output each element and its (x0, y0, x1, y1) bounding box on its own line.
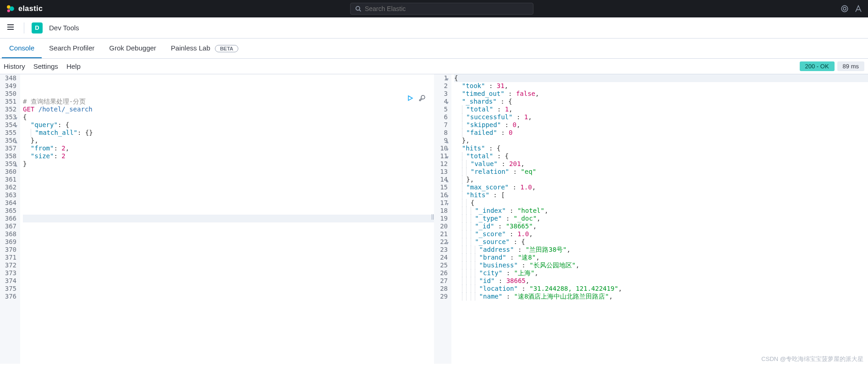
svg-point-5 (841, 6, 848, 12)
global-search[interactable] (350, 3, 533, 15)
svg-point-2 (7, 9, 10, 12)
tab-painless-lab[interactable]: Painless Lab BETA (164, 39, 246, 58)
request-actions (407, 94, 426, 102)
search-icon (355, 6, 361, 12)
response-editor[interactable]: 1▼234▼56789▲10▼11▼121314▲1516▼17▼1819202… (434, 74, 868, 364)
devtools-tabs: Console Search Profiler Grok Debugger Pa… (0, 39, 868, 59)
history-link[interactable]: History (4, 62, 25, 70)
request-code[interactable]: # 查询结果处理-分页GET /hotel/_search{ "query": … (20, 74, 434, 364)
settings-link[interactable]: Settings (33, 62, 58, 70)
tab-console[interactable]: Console (2, 39, 42, 58)
elastic-logo-icon (5, 4, 15, 13)
app-badge: D (32, 22, 43, 33)
svg-point-1 (10, 6, 14, 11)
app-title: Dev Tools (49, 24, 79, 32)
response-time: 89 ms (837, 61, 864, 71)
play-icon[interactable] (407, 94, 414, 102)
request-editor[interactable]: 348349350351352353▼354▼355356▲357358359▲… (0, 74, 434, 364)
svg-marker-11 (408, 96, 412, 100)
menu-icon (6, 23, 15, 31)
help-icon[interactable] (854, 5, 863, 13)
beta-badge: BETA (215, 45, 238, 52)
response-gutter: 1▼234▼56789▲10▼11▼121314▲1516▼17▼1819202… (434, 74, 451, 364)
console-subbar: History Settings Help 200 - OK 89 ms (0, 59, 868, 74)
svg-line-4 (359, 10, 361, 11)
wrench-icon[interactable] (418, 94, 426, 102)
svg-point-6 (843, 7, 846, 10)
top-bar: elastic (0, 0, 868, 17)
brand-logo[interactable]: elastic (5, 4, 43, 13)
brand-text: elastic (18, 5, 43, 13)
request-gutter: 348349350351352353▼354▼355356▲357358359▲… (0, 74, 20, 364)
response-code: { "took" : 31, "timed_out" : false, "_sh… (451, 74, 868, 364)
help-link[interactable]: Help (66, 62, 81, 70)
search-input[interactable] (365, 5, 528, 12)
newsfeed-icon[interactable] (841, 5, 849, 13)
tab-grok-debugger[interactable]: Grok Debugger (102, 39, 164, 58)
editor-panes: 348349350351352353▼354▼355356▲357358359▲… (0, 74, 868, 364)
svg-point-3 (356, 6, 359, 10)
response-status: 200 - OK (800, 61, 835, 71)
nav-toggle-button[interactable] (5, 21, 16, 34)
tab-search-profiler[interactable]: Search Profiler (42, 39, 102, 58)
app-header: D Dev Tools (0, 17, 868, 39)
divider (24, 22, 24, 33)
